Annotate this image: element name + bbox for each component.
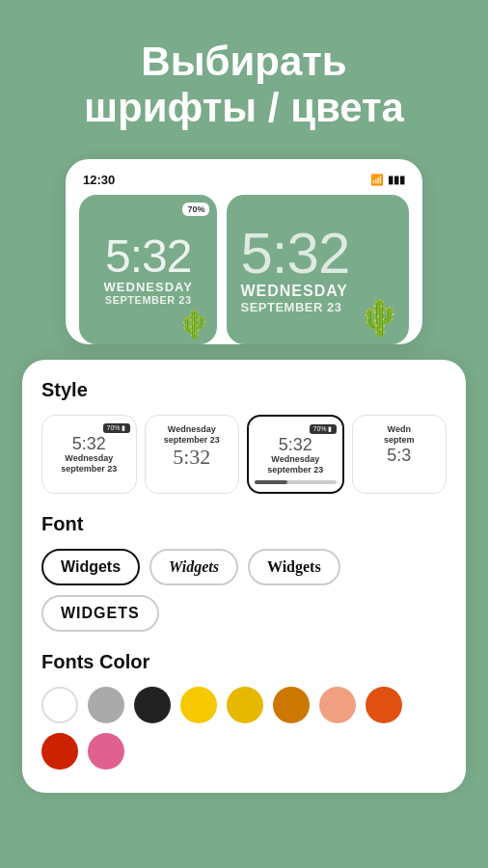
widget-day-large: WEDNESDAY [240, 283, 348, 300]
status-time: 12:30 [83, 173, 115, 187]
style-card-2[interactable]: Wednesdayseptember 23 5:32 [145, 415, 240, 494]
card1-time: 5:32 [72, 435, 106, 452]
phone-mockup: 12:30 📶 ▮▮▮ 70% 5:32 WEDNESDAY SEPTEMBER… [66, 159, 422, 344]
header-line2: шрифты / цвета [84, 85, 404, 131]
card2-time: 5:32 [173, 447, 210, 468]
color-dot-0[interactable] [41, 687, 78, 723]
font-options: Widgets Widgets Widgets WIDGETS [41, 549, 447, 632]
color-dot-8[interactable] [41, 733, 78, 770]
color-dot-5[interactable] [273, 687, 310, 723]
bottom-panel: Style 70% ▮ 5:32 Wednesdayseptember 23 W… [22, 360, 466, 793]
style-card-1[interactable]: 70% ▮ 5:32 Wednesdayseptember 23 [41, 415, 137, 494]
signal-icon: ▮▮▮ [388, 174, 405, 186]
color-dot-7[interactable] [366, 687, 402, 723]
header-title: Выбирать шрифты / цвета [55, 39, 433, 132]
card4-day: Wednseptem [384, 424, 415, 447]
color-section-title: Fonts Color [41, 651, 447, 673]
card2-day: Wednesdayseptember 23 [164, 424, 220, 447]
style-options: 70% ▮ 5:32 Wednesdayseptember 23 Wednesd… [41, 415, 447, 494]
header-line1: Выбирать [84, 39, 404, 85]
phone-top-bar: 12:30 📶 ▮▮▮ [79, 173, 409, 195]
widget-small[interactable]: 70% 5:32 WEDNESDAY SEPTEMBER 23 🌵 [79, 195, 217, 344]
widget-date-large: SEPTEMBER 23 [240, 300, 341, 314]
color-dot-2[interactable] [134, 687, 171, 723]
widget-day-small: WEDNESDAY [104, 280, 193, 294]
wifi-icon: 📶 [370, 174, 384, 186]
cactus-icon-small: 🌵 [177, 309, 211, 340]
widget-previews: 70% 5:32 WEDNESDAY SEPTEMBER 23 🌵 5:32 W… [79, 195, 409, 344]
color-dot-1[interactable] [88, 687, 124, 723]
status-icons: 📶 ▮▮▮ [370, 174, 405, 186]
widget-date-small: SEPTEMBER 23 [105, 294, 192, 306]
font-option-3[interactable]: Widgets [248, 549, 340, 585]
font-section-title: Font [41, 513, 447, 535]
style-card-3[interactable]: 70% ▮ 5:32 Wednesdayseptember 23 [247, 415, 344, 494]
color-dot-3[interactable] [180, 687, 217, 723]
cactus-icon-large: 🌵 [358, 298, 401, 339]
style-card-4[interactable]: Wednseptem 5:3 [352, 415, 447, 494]
card1-battery: 70% ▮ [103, 423, 130, 433]
color-dot-9[interactable] [88, 733, 124, 770]
widget-time-small: 5:32 [105, 233, 191, 280]
widget-large[interactable]: 5:32 WEDNESDAY SEPTEMBER 23 🌵 [227, 195, 409, 344]
color-dot-6[interactable] [319, 687, 356, 723]
card3-time: 5:32 [279, 436, 312, 453]
color-dots [41, 687, 447, 770]
card4-time: 5:3 [387, 447, 411, 464]
card1-label: Wednesdayseptember 23 [61, 453, 117, 475]
font-option-2[interactable]: Widgets [149, 549, 238, 585]
battery-badge-small: 70% [182, 203, 209, 216]
color-dot-4[interactable] [227, 687, 263, 723]
style-section-title: Style [41, 379, 447, 401]
card3-progress [255, 480, 337, 484]
font-option-1[interactable]: Widgets [41, 549, 140, 585]
widget-time-large: 5:32 [240, 225, 349, 283]
card3-label: Wednesdayseptember 23 [267, 454, 323, 476]
font-option-4[interactable]: WIDGETS [41, 595, 159, 632]
card3-battery: 70% ▮ [310, 424, 337, 434]
